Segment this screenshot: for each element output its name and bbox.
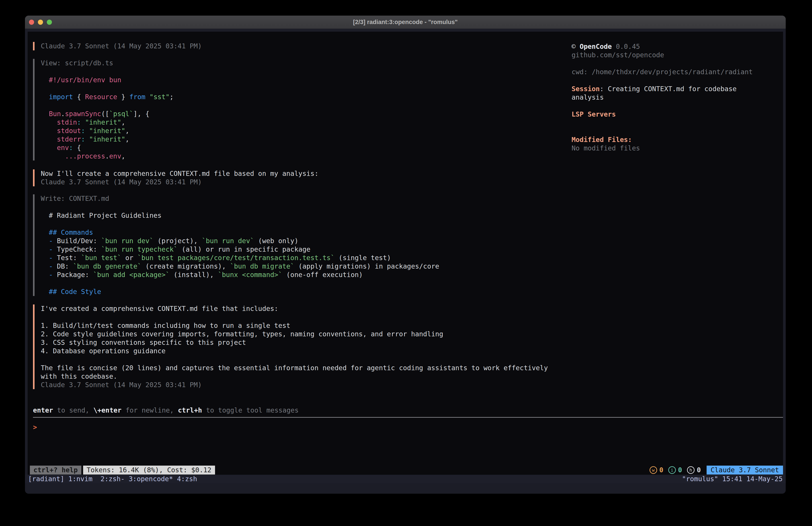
modified-files-heading: Modified Files: [571, 136, 781, 144]
message-line: Now I'll create a comprehensive CONTEXT.… [41, 169, 318, 178]
message-line: with this codebase. [41, 372, 548, 381]
help-chip[interactable]: ctrl+? help [30, 466, 81, 474]
markdown-line: ## Code Style [41, 287, 439, 296]
warning-count: w 0 [650, 466, 663, 474]
markdown-line: ## Commands [41, 228, 439, 237]
app-repo-url: github.com/sst/opencode [571, 51, 781, 59]
desktop: [2/3] radiant:3:opencode - "romulus" Cla… [0, 0, 812, 526]
code-line: Bun.spawnSync([`psql`], { [41, 110, 174, 118]
sidebar-line [571, 76, 781, 85]
tokens-cost-chip: Tokens: 16.4K (8%), Cost: $0.12 [83, 466, 215, 474]
prompt-caret: > [33, 423, 37, 431]
info-count: i 0 [668, 466, 682, 474]
session-title: Session: Creating CONTEXT.md for codebas… [571, 85, 781, 93]
sidebar-line [571, 102, 781, 110]
markdown-line: - TypeCheck: `bun run typecheck` (all) o… [41, 245, 439, 254]
tmux-statusbar: [radiant] 1:nvim 2:zsh- 3:opencode* 4:zs… [25, 475, 786, 483]
opencode-statusbar: ctrl+? help Tokens: 16.4K (8%), Cost: $0… [30, 466, 783, 474]
message-line: 3. CSS styling conventions specific to t… [41, 338, 548, 347]
code-line [41, 101, 174, 110]
tmux-host-time: "romulus" 15:41 14-May-25 [682, 475, 783, 483]
message-timestamp: Claude 3.7 Sonnet (14 May 2025 03:41 PM) [41, 381, 548, 389]
traffic-lights [29, 16, 52, 29]
message-line: 2. Code style guidelines covering import… [41, 330, 548, 338]
minimize-button[interactable] [38, 19, 43, 25]
app-title: © OpenCode 0.0.45 [571, 42, 781, 51]
hint-icon: h [687, 466, 695, 474]
markdown-line [41, 279, 439, 287]
code-line: import { Resource } from "sst"; [41, 93, 174, 101]
cwd-line: cwd: /home/thdxr/dev/projects/radiant/ra… [571, 68, 781, 76]
session-title-wrap: analysis [571, 93, 781, 102]
markdown-line: - Package: `bun add <package>` (install)… [41, 271, 439, 279]
input-divider [33, 417, 783, 418]
diagnostics: w 0 i 0 h 0 [650, 466, 701, 474]
code-line: ...process.env, [41, 152, 174, 160]
markdown-line [41, 220, 439, 228]
hint-count-value: 0 [697, 466, 701, 474]
sidebar-line [571, 127, 781, 136]
message-timestamp: Claude 3.7 Sonnet (14 May 2025 03:41 PM) [41, 178, 318, 186]
markdown-line: # Radiant Project Guidelines [41, 211, 439, 220]
markdown-line: - Build/Dev: `bun run dev` (project), `b… [41, 237, 439, 245]
code-line: stdout: "inherit", [41, 127, 174, 135]
warning-icon: w [650, 466, 657, 474]
write-tool-block: Write: CONTEXT.md # Radiant Project Guid… [33, 194, 439, 296]
model-badge[interactable]: Claude 3.7 Sonnet [707, 466, 783, 474]
zoom-button[interactable] [47, 19, 52, 25]
opencode-tui: Claude 3.7 Sonnet (14 May 2025 03:41 PM)… [28, 32, 783, 475]
message-timestamp: Claude 3.7 Sonnet (14 May 2025 03:41 PM) [41, 42, 202, 51]
keybinding-hint: enter to send, \+enter for newline, ctrl… [33, 406, 783, 415]
info-count-value: 0 [678, 466, 682, 474]
lsp-servers-heading: LSP Servers [571, 110, 781, 118]
close-button[interactable] [29, 19, 34, 25]
warning-count-value: 0 [659, 466, 663, 474]
message-line [41, 355, 548, 364]
code-line: stderr: "inherit", [41, 135, 174, 144]
code-line [41, 84, 174, 93]
assistant-message-block: Now I'll create a comprehensive CONTEXT.… [33, 169, 318, 186]
assistant-message-header-block: Claude 3.7 Sonnet (14 May 2025 03:41 PM) [33, 42, 202, 51]
message-line: I've created a comprehensive CONTEXT.md … [41, 304, 548, 313]
hint-count: h 0 [687, 466, 701, 474]
prompt-input[interactable]: > [33, 423, 783, 431]
session-sidebar: © OpenCode 0.0.45 github.com/sst/opencod… [571, 42, 781, 153]
message-line: 1. Build/lint/test commands including ho… [41, 322, 548, 330]
tmux-session-windows[interactable]: [radiant] 1:nvim 2:zsh- 3:opencode* 4:zs… [28, 475, 197, 483]
modified-files-empty: No modified files [571, 144, 781, 153]
window-title: [2/3] radiant:3:opencode - "romulus" [353, 18, 458, 26]
tool-header: View: script/db.ts [41, 59, 174, 67]
code-line [41, 67, 174, 76]
terminal-window: [2/3] radiant:3:opencode - "romulus" Cla… [25, 16, 786, 494]
message-line [41, 313, 548, 322]
info-icon: i [668, 466, 676, 474]
sidebar-line [571, 59, 781, 68]
titlebar[interactable]: [2/3] radiant:3:opencode - "romulus" [25, 16, 786, 29]
markdown-line [41, 203, 439, 211]
assistant-message-block: I've created a comprehensive CONTEXT.md … [33, 304, 548, 389]
message-line: The file is concise (20 lines) and captu… [41, 364, 548, 372]
tool-header: Write: CONTEXT.md [41, 194, 439, 203]
view-tool-block: View: script/db.ts #!/usr/bin/env bun im… [33, 59, 174, 160]
code-line: stdin: "inherit", [41, 118, 174, 127]
code-line: #!/usr/bin/env bun [41, 76, 174, 84]
code-line: env: { [41, 144, 174, 152]
message-line: 4. Database operations guidance [41, 347, 548, 355]
markdown-line: - Test: `bun test` or `bun test packages… [41, 254, 439, 262]
sidebar-line [571, 118, 781, 127]
markdown-line: - DB: `bun db generate` (create migratio… [41, 262, 439, 271]
